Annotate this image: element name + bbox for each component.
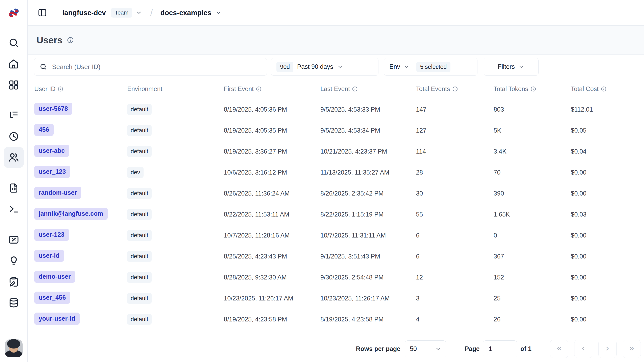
project-switcher-button[interactable] [215, 10, 222, 16]
org-plan-badge[interactable]: Team [111, 8, 132, 18]
users-icon [8, 152, 19, 163]
column-header-total-tokens[interactable]: Total Tokens [494, 85, 571, 93]
date-range-button[interactable]: 90d Past 90 days [271, 58, 378, 76]
total-tokens-cell: 5K [494, 127, 571, 134]
sidebar-item-tracing[interactable] [4, 105, 24, 126]
total-tokens-cell: 70 [494, 169, 571, 176]
user-id-badge[interactable]: random-user [34, 187, 81, 199]
column-header-user-id[interactable]: User ID [34, 85, 127, 93]
table-row[interactable]: 456 default 8/19/2025, 4:05:35 PM 9/5/20… [28, 120, 644, 141]
total-cost-cell: $0.03 [571, 211, 644, 218]
total-cost-cell: $112.01 [571, 106, 644, 113]
breadcrumb-project[interactable]: docs-examples [160, 9, 212, 17]
column-header-last-event[interactable]: Last Event [320, 85, 416, 93]
last-event-cell: 8/19/2025, 4:23:58 PM [320, 316, 416, 323]
last-event-cell: 9/1/2025, 3:51:43 PM [320, 253, 416, 260]
total-tokens-cell: 367 [494, 253, 571, 260]
environment-badge: default [127, 188, 152, 199]
sidebar-toggle-button[interactable] [37, 8, 48, 18]
sidebar-item-dashboards[interactable] [4, 74, 24, 95]
lightbulb-icon [8, 255, 19, 266]
environment-badge: default [127, 146, 152, 157]
sidebar-item-search[interactable] [4, 32, 24, 53]
info-icon[interactable] [452, 86, 458, 92]
user-id-badge[interactable]: user-abc [34, 145, 69, 157]
user-avatar[interactable] [5, 339, 22, 357]
search-icon [40, 63, 47, 71]
page-count-label: of 1 [520, 345, 532, 352]
table-row[interactable]: user-abc default 8/19/2025, 3:36:27 PM 1… [28, 141, 644, 162]
user-id-badge[interactable]: demo-user [34, 271, 75, 283]
column-header-environment[interactable]: Environment [127, 85, 224, 93]
sidebar-item-annotation[interactable] [4, 271, 24, 292]
rows-per-page-select[interactable]: 50 [405, 340, 446, 357]
clipboard-pen-icon [8, 276, 19, 287]
env-selected-badge: 5 selected [416, 62, 450, 72]
total-cost-cell: $0.00 [571, 190, 644, 197]
chevron-right-icon: › [606, 344, 609, 352]
info-icon[interactable] [352, 86, 358, 92]
first-page-button[interactable]: « [550, 340, 568, 358]
breadcrumb-organization[interactable]: langfuse-dev [62, 9, 106, 17]
table-row[interactable]: user-5678 default 8/19/2025, 4:05:36 PM … [28, 99, 644, 120]
column-header-first-event[interactable]: First Event [224, 85, 320, 93]
table-row[interactable]: demo-user default 8/28/2025, 9:32:30 AM … [28, 267, 644, 288]
sidebar-item-evaluation[interactable] [4, 229, 24, 250]
info-icon[interactable] [530, 86, 536, 92]
table-row[interactable]: your-user-id default 8/19/2025, 4:23:58 … [28, 309, 644, 330]
first-event-cell: 8/19/2025, 4:05:36 PM [224, 106, 320, 113]
previous-page-button[interactable]: ‹ [574, 340, 592, 358]
total-cost-cell: $0.00 [571, 232, 644, 239]
search-input[interactable] [52, 63, 262, 71]
pager-buttons: « ‹ › » [550, 340, 641, 358]
info-icon[interactable] [601, 86, 607, 92]
total-cost-cell: $0.04 [571, 148, 644, 155]
user-id-badge[interactable]: your-user-id [34, 312, 80, 325]
page-title: Users [36, 35, 62, 46]
page-label: Page [465, 345, 480, 352]
sidebar-item-home[interactable] [4, 53, 24, 74]
sidebar-item-datasets[interactable] [4, 292, 24, 313]
user-id-badge[interactable]: 456 [34, 124, 54, 136]
total-cost-cell: $0.00 [571, 274, 644, 281]
chevron-down-icon [435, 346, 441, 352]
page-info-icon[interactable] [67, 37, 74, 44]
rows-per-page-label: Rows per page [356, 345, 400, 352]
sidebar-item-insights[interactable] [4, 250, 24, 271]
table-row[interactable]: user_123 dev 10/6/2025, 3:16:12 PM 11/13… [28, 162, 644, 183]
column-header-total-cost[interactable]: Total Cost [571, 85, 644, 93]
last-page-button[interactable]: » [623, 340, 641, 358]
clock-icon [8, 131, 19, 142]
user-id-badge[interactable]: user_123 [34, 166, 70, 178]
user-id-badge[interactable]: user_456 [34, 292, 70, 304]
table-row[interactable]: jannik@langfuse.com default 8/22/2025, 1… [28, 204, 644, 225]
first-event-cell: 10/23/2025, 11:26:17 AM [224, 295, 320, 302]
table-row[interactable]: user-id default 8/25/2025, 4:23:43 PM 9/… [28, 246, 644, 267]
info-icon[interactable] [256, 86, 262, 92]
table-row[interactable]: user-123 default 10/7/2025, 11:28:16 AM … [28, 225, 644, 246]
last-event-cell: 10/7/2025, 11:31:11 AM [320, 232, 416, 239]
user-id-badge[interactable]: user-123 [34, 229, 69, 241]
filters-button[interactable]: Filters [484, 58, 538, 76]
sidebar-item-prompts[interactable] [4, 178, 24, 199]
topbar: langfuse-dev Team / docs-examples [28, 0, 644, 26]
org-switcher-button[interactable] [136, 10, 142, 16]
table-row[interactable]: user_456 default 10/23/2025, 11:26:17 AM… [28, 288, 644, 309]
table-row[interactable]: random-user default 8/26/2025, 11:36:24 … [28, 183, 644, 204]
next-page-button[interactable]: › [598, 340, 616, 358]
sidebar-item-playground[interactable] [4, 199, 24, 220]
user-id-badge[interactable]: user-id [34, 250, 64, 262]
environment-filter-button[interactable]: Env 5 selected [384, 58, 478, 76]
info-icon[interactable] [58, 86, 64, 92]
search-box[interactable] [34, 58, 267, 76]
user-id-badge[interactable]: user-5678 [34, 103, 72, 115]
column-header-total-events[interactable]: Total Events [416, 85, 494, 93]
chevron-left-icon: ‹ [582, 344, 585, 352]
sidebar-item-sessions[interactable] [4, 126, 24, 147]
langfuse-logo[interactable] [0, 0, 28, 26]
langfuse-logo-icon [7, 7, 20, 19]
user-id-badge[interactable]: jannik@langfuse.com [34, 208, 108, 220]
page-number-input[interactable] [483, 340, 517, 357]
first-event-cell: 10/7/2025, 11:28:16 AM [224, 232, 320, 239]
sidebar-item-users[interactable] [4, 147, 24, 168]
